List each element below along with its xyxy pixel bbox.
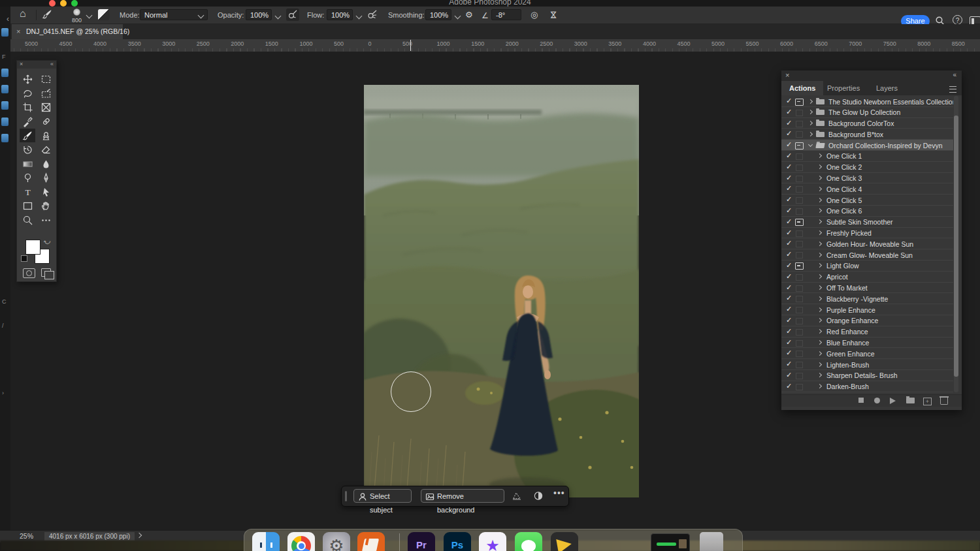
chevron-right-icon[interactable] — [817, 187, 822, 191]
play-icon[interactable] — [890, 398, 896, 404]
tab-actions[interactable]: Actions — [781, 81, 823, 95]
brush-tool-icon[interactable] — [42, 8, 53, 22]
check-icon[interactable]: ✓ — [786, 239, 792, 247]
zoom-level-field[interactable]: 25% — [20, 532, 33, 540]
paint-symmetry-icon[interactable]: ⋈ — [547, 11, 559, 20]
check-icon[interactable]: ✓ — [786, 228, 792, 237]
chevron-down-icon[interactable] — [86, 12, 93, 19]
chevron-down-icon[interactable] — [275, 13, 282, 20]
chevron-right-icon[interactable] — [817, 296, 822, 301]
record-icon[interactable] — [874, 398, 880, 403]
facetime-icon[interactable] — [515, 532, 542, 551]
check-icon[interactable]: ✓ — [786, 108, 792, 116]
chevron-right-icon[interactable] — [817, 340, 822, 345]
action-row[interactable]: ✓Background B*tox — [781, 129, 953, 140]
star-app-icon[interactable]: ★ — [479, 532, 506, 551]
dialog-toggle-empty[interactable] — [796, 241, 803, 247]
check-icon[interactable]: ✓ — [786, 151, 792, 160]
pen-tool[interactable] — [38, 171, 54, 185]
dialog-toggle-empty[interactable] — [796, 384, 803, 390]
chevron-right-icon[interactable] — [817, 176, 822, 180]
move-tool[interactable] — [20, 72, 35, 86]
chevron-right-icon[interactable] — [808, 132, 813, 136]
panel-menu-icon[interactable] — [949, 86, 956, 93]
transform-icon[interactable] — [512, 491, 522, 503]
close-tab-icon[interactable]: × — [16, 24, 20, 39]
finder-icon[interactable] — [252, 532, 280, 551]
action-row[interactable]: ✓Lighten-Brush — [781, 359, 953, 370]
action-row[interactable]: ✓One Click 6 — [781, 206, 953, 217]
minimized-window-thumbnail[interactable] — [651, 533, 690, 551]
chevron-down-icon[interactable] — [808, 142, 813, 147]
check-icon[interactable]: ✓ — [786, 217, 792, 226]
object-selection-tool[interactable] — [38, 87, 54, 101]
dialog-toggle-empty[interactable] — [796, 153, 803, 160]
scrollbar-thumb[interactable] — [954, 116, 958, 377]
chevron-right-icon[interactable] — [808, 121, 813, 125]
check-icon[interactable]: ✓ — [786, 140, 792, 149]
trash-icon[interactable] — [700, 532, 723, 551]
check-icon[interactable]: ✓ — [786, 305, 792, 313]
blend-mode-select[interactable]: Normal — [140, 9, 208, 20]
action-row[interactable]: ✓Freshly Picked — [781, 228, 953, 239]
dialog-toggle-empty[interactable] — [796, 186, 803, 193]
action-row[interactable]: ✓The Glow Up Collection — [781, 107, 953, 118]
chevron-right-icon[interactable] — [817, 384, 822, 388]
check-icon[interactable]: ✓ — [786, 163, 792, 171]
dialog-toggle-empty[interactable] — [796, 329, 803, 336]
action-row[interactable]: ✓Sharpen Details- Brush — [781, 370, 953, 381]
check-icon[interactable]: ✓ — [786, 195, 792, 204]
chevron-right-icon[interactable] — [817, 274, 822, 279]
gradient-tool[interactable] — [20, 157, 35, 171]
brush-tip-preview[interactable] — [73, 8, 80, 16]
action-row[interactable]: ✓Green Enhance — [781, 348, 953, 359]
check-icon[interactable]: ✓ — [786, 250, 792, 259]
dialog-toggle-empty[interactable] — [796, 197, 803, 204]
dialog-toggle-empty[interactable] — [796, 307, 803, 313]
path-selection-tool[interactable] — [38, 185, 54, 199]
flow-input[interactable]: 100% — [327, 9, 353, 20]
check-icon[interactable]: ✓ — [786, 129, 792, 138]
check-icon[interactable]: ✓ — [786, 261, 792, 270]
clone-stamp-tool[interactable] — [38, 129, 54, 142]
check-icon[interactable]: ✓ — [786, 272, 792, 281]
chevron-right-icon[interactable] — [817, 329, 822, 334]
action-row[interactable]: ✓Red Enhance — [781, 326, 953, 338]
dialog-toggle-empty[interactable] — [796, 252, 803, 259]
check-icon[interactable]: ✓ — [786, 371, 792, 379]
dialog-toggle-empty[interactable] — [796, 121, 803, 127]
chevron-right-icon[interactable] — [817, 285, 822, 290]
check-icon[interactable]: ✓ — [786, 382, 792, 390]
dialog-toggle-empty[interactable] — [796, 318, 803, 324]
action-row[interactable]: ✓Light Glow — [781, 260, 953, 272]
document-tab[interactable]: × DNJ_0415.NEF @ 25% (RGB/16) — [12, 24, 123, 39]
action-row[interactable]: ✓One Click 1 — [781, 151, 953, 162]
action-row[interactable]: ✓One Click 5 — [781, 195, 953, 206]
opacity-input[interactable]: 100% — [246, 9, 272, 20]
history-brush-tool[interactable] — [20, 143, 35, 157]
brush-angle-input[interactable]: -8° — [491, 9, 521, 20]
smoothing-input[interactable]: 100% — [425, 9, 451, 20]
dialog-toggle-empty[interactable] — [796, 340, 803, 347]
check-icon[interactable]: ✓ — [786, 349, 792, 357]
tab-layers[interactable]: Layers — [868, 81, 906, 95]
mail-app-icon[interactable] — [551, 532, 578, 551]
adjustments-icon[interactable] — [533, 491, 544, 503]
check-icon[interactable]: ✓ — [786, 206, 792, 215]
chevron-right-icon[interactable] — [817, 318, 822, 323]
check-icon[interactable]: ✓ — [786, 360, 792, 368]
dialog-toggle-icon[interactable] — [795, 99, 804, 106]
action-row[interactable]: ✓One Click 3 — [781, 173, 953, 184]
more-tools-tool[interactable] — [38, 213, 54, 227]
chevron-right-icon[interactable] — [817, 362, 822, 367]
chevron-right-icon[interactable] — [808, 99, 813, 103]
eyedropper-tool[interactable] — [20, 115, 35, 129]
airbrush-toggle[interactable] — [366, 8, 379, 21]
action-row[interactable]: ✓The Studio Newborn Essentials Collectio… — [781, 96, 953, 107]
orange-app-icon[interactable] — [357, 532, 385, 551]
remove-background-button[interactable]: Remove background — [421, 489, 504, 503]
chevron-right-icon[interactable] — [808, 110, 813, 114]
chevron-right-icon[interactable] — [817, 153, 822, 158]
default-colors-icon[interactable] — [21, 255, 27, 262]
chevron-right-icon[interactable] — [817, 165, 822, 169]
